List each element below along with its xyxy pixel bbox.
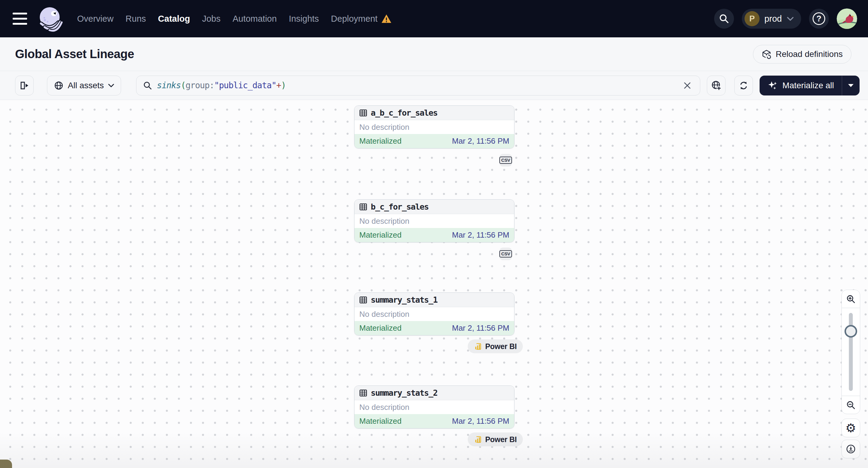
query-attribute: group: bbox=[186, 81, 214, 90]
asset-description: No description bbox=[354, 120, 514, 134]
download-graph-button[interactable] bbox=[841, 440, 860, 458]
warning-icon bbox=[381, 14, 392, 24]
globe-icon bbox=[54, 81, 64, 90]
csv-kind-tag[interactable]: CSV bbox=[499, 248, 512, 260]
materialize-all-label: Materialize all bbox=[782, 81, 834, 90]
asset-scope-label: All assets bbox=[68, 81, 104, 90]
zoom-out-button[interactable] bbox=[842, 396, 860, 414]
materialize-options-button[interactable] bbox=[842, 75, 860, 95]
nav-right-cluster: P prod ? bbox=[714, 8, 857, 29]
help-button[interactable]: ? bbox=[809, 9, 829, 29]
reload-cube-icon bbox=[762, 50, 771, 59]
page-header: Global Asset Lineage Reload definitions bbox=[0, 37, 868, 71]
table-icon bbox=[359, 109, 367, 117]
environment-name: prod bbox=[765, 14, 782, 24]
asset-node-summary-stats-1[interactable]: summary_stats_1 No description Materiali… bbox=[354, 292, 515, 336]
zoom-slider-handle[interactable] bbox=[844, 325, 857, 338]
table-icon bbox=[359, 203, 367, 211]
query-function: sinks bbox=[157, 81, 181, 90]
asset-description: No description bbox=[354, 400, 514, 414]
reload-definitions-button[interactable]: Reload definitions bbox=[753, 45, 851, 64]
gear-icon: ⚙ bbox=[845, 422, 856, 434]
search-icon bbox=[143, 81, 152, 90]
environment-avatar: P bbox=[745, 11, 760, 26]
query-operator: + bbox=[276, 81, 281, 90]
close-icon bbox=[683, 82, 691, 89]
lineage-canvas[interactable]: a_b_c_for_sales No description Materiali… bbox=[0, 100, 868, 468]
query-close-paren: ) bbox=[281, 81, 286, 90]
graph-settings-button[interactable]: ⚙ bbox=[841, 418, 860, 437]
table-icon bbox=[359, 389, 367, 397]
zoom-in-button[interactable] bbox=[842, 290, 860, 308]
asset-name: summary_stats_1 bbox=[371, 295, 437, 305]
page-title: Global Asset Lineage bbox=[15, 47, 134, 61]
query-open-paren: ( bbox=[181, 81, 186, 90]
asset-scope-dropdown[interactable]: All assets bbox=[47, 75, 121, 95]
zoom-slider bbox=[842, 308, 860, 396]
chevron-down-icon bbox=[108, 84, 114, 88]
reload-definitions-label: Reload definitions bbox=[776, 50, 843, 59]
power-bi-kind-tag[interactable]: Power BI bbox=[468, 433, 523, 446]
graph-scope-button[interactable] bbox=[707, 75, 725, 95]
caret-down-icon bbox=[847, 84, 854, 88]
nav-item-automation[interactable]: Automation bbox=[232, 14, 277, 24]
csv-kind-tag[interactable]: CSV bbox=[499, 154, 512, 166]
nav-item-insights[interactable]: Insights bbox=[289, 14, 319, 24]
nav-item-runs[interactable]: Runs bbox=[126, 14, 146, 24]
status-badge: Materialized bbox=[359, 136, 401, 146]
top-nav: Overview Runs Catalog Jobs Automation In… bbox=[0, 0, 868, 37]
nav-item-jobs[interactable]: Jobs bbox=[202, 14, 220, 24]
nav-item-deployment[interactable]: Deployment bbox=[331, 14, 392, 24]
status-badge: Materialized bbox=[359, 323, 401, 333]
status-badge: Materialized bbox=[359, 416, 401, 426]
query-value: "public_data" bbox=[214, 81, 276, 90]
dagster-logo-icon[interactable] bbox=[36, 5, 64, 33]
lineage-toolbar: All assets sinks(group:"public_data"+) bbox=[0, 71, 868, 100]
search-button[interactable] bbox=[714, 9, 734, 29]
hamburger-menu-icon[interactable] bbox=[13, 13, 27, 25]
nav-item-catalog[interactable]: Catalog bbox=[158, 14, 190, 24]
dagster-app: Overview Runs Catalog Jobs Automation In… bbox=[0, 0, 868, 468]
globe-plus-icon bbox=[711, 80, 722, 91]
asset-node-summary-stats-2[interactable]: summary_stats_2 No description Materiali… bbox=[354, 385, 515, 429]
materialization-timestamp[interactable]: Mar 2, 11:56 PM bbox=[452, 323, 509, 333]
refresh-icon bbox=[739, 81, 749, 91]
chevron-down-icon bbox=[787, 16, 794, 21]
clear-query-button[interactable] bbox=[681, 79, 694, 92]
asset-node-b-c-for-sales[interactable]: b_c_for_sales No description Materialize… bbox=[354, 199, 515, 243]
nav-item-overview[interactable]: Overview bbox=[77, 14, 114, 24]
search-icon bbox=[719, 13, 729, 24]
asset-description: No description bbox=[354, 307, 514, 321]
user-avatar[interactable] bbox=[837, 8, 857, 29]
materialization-timestamp[interactable]: Mar 2, 11:56 PM bbox=[452, 230, 509, 240]
cardinal-avatar-image bbox=[837, 8, 857, 29]
zoom-out-icon bbox=[846, 400, 856, 410]
materialize-all-split-button: Materialize all bbox=[760, 75, 860, 95]
environment-switcher[interactable]: P prod bbox=[742, 9, 801, 29]
asset-node-header: summary_stats_2 bbox=[354, 386, 514, 400]
asset-query-input[interactable]: sinks(group:"public_data"+) bbox=[136, 75, 700, 95]
asset-name: a_b_c_for_sales bbox=[371, 108, 437, 118]
asset-node-a-b-c-for-sales[interactable]: a_b_c_for_sales No description Materiali… bbox=[354, 105, 515, 149]
open-sidebar-button[interactable] bbox=[15, 75, 34, 95]
csv-icon: CSV bbox=[499, 157, 512, 163]
asset-status-row: Materialized Mar 2, 11:56 PM bbox=[354, 321, 514, 335]
minimap-corner bbox=[0, 460, 12, 468]
materialization-timestamp[interactable]: Mar 2, 11:56 PM bbox=[452, 416, 509, 426]
panel-expand-icon bbox=[19, 81, 30, 91]
power-bi-kind-tag[interactable]: Power BI bbox=[468, 339, 523, 353]
zoom-slider-track[interactable] bbox=[849, 313, 853, 391]
download-icon bbox=[846, 444, 856, 454]
help-icon: ? bbox=[813, 12, 825, 25]
materialize-all-button[interactable]: Materialize all bbox=[760, 75, 842, 95]
zoom-in-icon bbox=[846, 294, 856, 304]
power-bi-icon bbox=[474, 435, 482, 444]
asset-description: No description bbox=[354, 214, 514, 228]
table-icon bbox=[359, 296, 367, 304]
nav-links: Overview Runs Catalog Jobs Automation In… bbox=[77, 14, 392, 24]
status-badge: Materialized bbox=[359, 230, 401, 240]
materialization-timestamp[interactable]: Mar 2, 11:56 PM bbox=[452, 136, 509, 146]
refresh-button[interactable] bbox=[734, 75, 753, 95]
asset-name: summary_stats_2 bbox=[371, 388, 437, 398]
power-bi-label: Power BI bbox=[485, 342, 517, 351]
